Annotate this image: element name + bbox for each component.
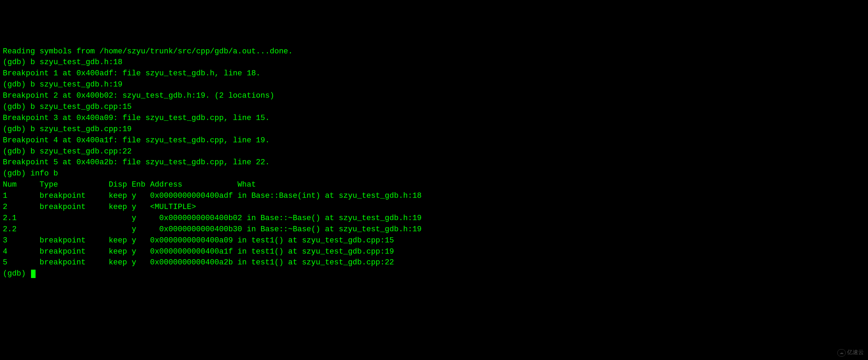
breakpoint-row: 1 breakpoint keep y 0x0000000000400adf i… [3, 190, 865, 202]
output-line: Breakpoint 2 at 0x400b02: szyu_test_gdb.… [3, 90, 865, 102]
breakpoint-row: 2.1 y 0x0000000000400b02 in Base::~Base(… [3, 213, 865, 224]
gdb-command-line: (gdb) b szyu_test_gdb.h:18 [3, 57, 865, 68]
output-line: Breakpoint 3 at 0x400a09: file szyu_test… [3, 113, 865, 124]
gdb-prompt-text: (gdb) [3, 269, 30, 278]
output-line: Breakpoint 5 at 0x400a2b: file szyu_test… [3, 157, 865, 168]
breakpoint-table-header: Num Type Disp Enb Address What [3, 179, 865, 190]
watermark: ☁亿速云 [834, 340, 864, 357]
output-line: Breakpoint 1 at 0x400adf: file szyu_test… [3, 68, 865, 79]
breakpoint-row: 4 breakpoint keep y 0x0000000000400a1f i… [3, 246, 865, 257]
breakpoint-row: 3 breakpoint keep y 0x0000000000400a09 i… [3, 235, 865, 246]
breakpoint-row: 2 breakpoint keep y <MULTIPLE> [3, 202, 865, 213]
gdb-command-line: (gdb) b szyu_test_gdb.cpp:19 [3, 124, 865, 135]
cloud-icon: ☁ [837, 349, 846, 357]
watermark-text: 亿速云 [847, 349, 864, 355]
breakpoint-row: 2.2 y 0x0000000000400b30 in Base::~Base(… [3, 224, 865, 235]
gdb-command-line: (gdb) b szyu_test_gdb.cpp:15 [3, 102, 865, 113]
gdb-prompt-line[interactable]: (gdb) [3, 268, 865, 279]
terminal-output[interactable]: Reading symbols from /home/szyu/trunk/sr… [3, 46, 865, 280]
terminal-cursor [31, 270, 36, 278]
output-line: Reading symbols from /home/szyu/trunk/sr… [3, 46, 865, 57]
gdb-command-line: (gdb) b szyu_test_gdb.cpp:22 [3, 146, 865, 157]
breakpoint-row: 5 breakpoint keep y 0x0000000000400a2b i… [3, 257, 865, 268]
gdb-command-line: (gdb) b szyu_test_gdb.h:19 [3, 79, 865, 90]
output-line: Breakpoint 4 at 0x400a1f: file szyu_test… [3, 135, 865, 146]
gdb-command-line: (gdb) info b [3, 168, 865, 179]
